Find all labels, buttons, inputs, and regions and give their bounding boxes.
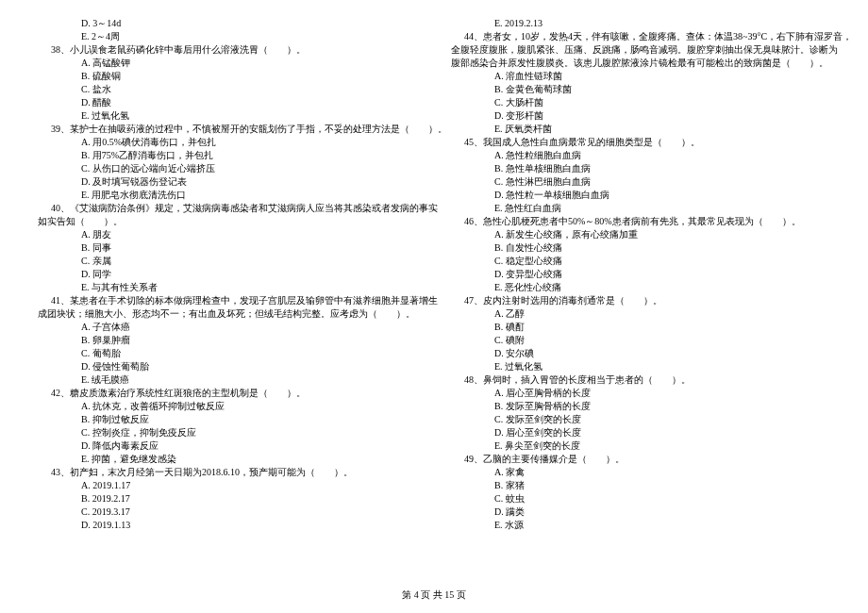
question-stem: 49、乙脑的主要传播媒介是（ ）。 [451,453,830,466]
question-stem-cont: 成团块状；细胞大小、形态均不一；有出血及坏死；但绒毛结构完整。应考虑为（ ）。 [38,307,417,321]
option: E. 抑菌，避免继发感染 [38,453,417,466]
option: A. 家禽 [451,466,830,479]
option: D. 2019.1.13 [38,519,417,532]
option: D. 安尔碘 [451,347,830,360]
option: B. 硫酸铜 [38,70,417,83]
option: A. 新发生心绞痛，原有心绞痛加重 [451,228,830,241]
question-stem: 40、《艾滋病防治条例》规定，艾滋病病毒感染者和艾滋病病人应当将其感染或者发病的… [38,202,417,215]
option: E. 与其有性关系者 [38,281,417,294]
option: E. 恶化性心绞痛 [451,281,830,294]
option: E. 过氧化氢 [451,360,830,373]
option: A. 用0.5%碘伏消毒伤口，并包扎 [38,136,417,149]
option: D. 侵蚀性葡萄胎 [38,360,417,373]
option: C. 蚊虫 [451,492,830,505]
option: A. 急性粒细胞白血病 [451,149,830,162]
option: C. 大肠杆菌 [451,96,830,109]
question-stem: 43、初产妇，末次月经第一天日期为2018.6.10，预产期可能为（ ）。 [38,466,417,479]
option: E. 绒毛膜癌 [38,373,417,387]
option: A. 溶血性链球菌 [451,70,830,83]
option: C. 盐水 [38,83,417,96]
option: E. 厌氧类杆菌 [451,123,830,136]
question-stem: 41、某患者在手术切除的标本做病理检查中，发现子宫肌层及输卵管中有滋养细胞并显著… [38,294,417,307]
option: D. 降低内毒素反应 [38,439,417,453]
option: D. 同学 [38,268,417,281]
option: E. 鼻尖至剑突的长度 [451,439,830,453]
option: A. 眉心至胸骨柄的长度 [451,387,830,400]
option: A. 2019.1.17 [38,479,417,492]
option: B. 用75%乙醇消毒伤口，并包扎 [38,149,417,162]
option: C. 葡萄胎 [38,347,417,360]
option: B. 发际至胸骨柄的长度 [451,400,830,413]
option: E. 2019.2.13 [451,17,830,30]
option: C. 稳定型心绞痛 [451,255,830,268]
option: C. 亲属 [38,255,417,268]
option: C. 从伤口的远心端向近心端挤压 [38,162,417,175]
option: E. 2～4周 [38,30,417,43]
option: D. 醋酸 [38,96,417,109]
option: A. 朋友 [38,228,417,241]
option: D. 蹒类 [451,505,830,519]
option: D. 急性粒一单核细胞白血病 [451,189,830,202]
question-stem: 39、某护士在抽吸药液的过程中，不慎被掰开的安瓿划伤了手指，不妥的处理方法是（ … [38,123,417,136]
option: D. 3～14d [38,17,417,30]
option: D. 变异型心绞痛 [451,268,830,281]
option: B. 同事 [38,241,417,255]
option: A. 抗休克，改善循环抑制过敏反应 [38,400,417,413]
option: A. 高锰酸钾 [38,57,417,70]
option: C. 2019.3.17 [38,505,417,519]
option: C. 控制炎症，抑制免疫反应 [38,426,417,439]
question-stem: 38、小儿误食老鼠药磷化锌中毒后用什么溶液洗胃（ ）。 [38,43,417,57]
question-stem: 48、鼻饲时，插入胃管的长度相当于患者的（ ）。 [451,373,830,387]
question-stem: 45、我国成人急性白血病最常见的细胞类型是（ ）。 [451,136,830,149]
question-stem: 44、患者女，10岁，发热4天，伴有咳嗽，全腹疼痛。查体：体温38~39°C，右… [451,30,830,43]
option: D. 变形杆菌 [451,109,830,123]
question-stem: 42、糖皮质激素治疗系统性红斑狼疮的主型机制是（ ）。 [38,387,417,400]
question-stem-cont: 全腹轻度腹胀，腹肌紧张、压痛、反跳痛，肠鸣音减弱。腹腔穿刺抽出保无臭味脓汁。诊断… [451,43,830,57]
option: B. 金黄色葡萄球菌 [451,83,830,96]
option: E. 急性红白血病 [451,202,830,215]
option: B. 抑制过敏反应 [38,413,417,426]
option: C. 急性淋巴细胞白血病 [451,175,830,189]
option: B. 卵巢肿瘤 [38,334,417,347]
option: B. 碘酊 [451,321,830,334]
page-footer: 第 4 页 共 15 页 [0,588,868,602]
option: D. 眉心至剑突的长度 [451,426,830,439]
option: C. 碘附 [451,334,830,347]
option: E. 水源 [451,519,830,532]
question-stem-cont: 腹部感染合并原发性腹膜炎。该患儿腹腔脓液涂片镜检最有可能检出的致病菌是（ ）。 [451,57,830,70]
option: B. 家猪 [451,479,830,492]
option: A. 乙醇 [451,307,830,321]
question-stem: 46、急性心肌梗死患者中50%～80%患者病前有先兆，其最常见表现为（ ）。 [451,215,830,228]
question-stem-cont: 如实告知（ ）。 [38,215,417,228]
option: A. 子宫体癌 [38,321,417,334]
option: B. 急性单核细胞白血病 [451,162,830,175]
option: E. 过氧化氢 [38,109,417,123]
option: C. 发际至剑突的长度 [451,413,830,426]
option: D. 及时填写锐器伤登记表 [38,175,417,189]
option: B. 2019.2.17 [38,492,417,505]
question-stem: 47、皮内注射时选用的消毒剂通常是（ ）。 [451,294,830,307]
option: B. 自发性心绞痛 [451,241,830,255]
option: E. 用肥皂水彻底清洗伤口 [38,189,417,202]
